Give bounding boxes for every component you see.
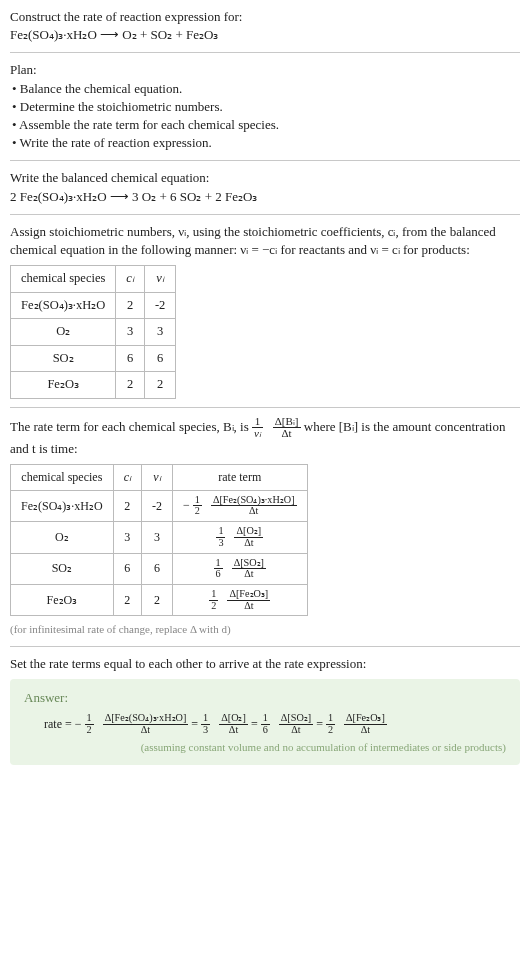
rate-expression: rate = − 12 Δ[Fe₂(SO₄)₃·xH₂O]Δt = 13 Δ[O… bbox=[24, 713, 506, 735]
frac-den: Δt bbox=[234, 538, 263, 549]
divider bbox=[10, 646, 520, 647]
cell-v: 2 bbox=[144, 372, 175, 399]
frac-num: Δ[Fe₂O₃] bbox=[227, 589, 270, 601]
final-section: Set the rate terms equal to each other t… bbox=[10, 655, 520, 765]
rate-term-table: chemical species cᵢ νᵢ rate term Fe₂(SO₄… bbox=[10, 464, 308, 616]
delta-frac: Δ[O₂]Δt bbox=[219, 713, 248, 735]
cell-v: 3 bbox=[142, 522, 173, 553]
cell-rate-term: 13 Δ[O₂]Δt bbox=[173, 522, 308, 553]
col-c: cᵢ bbox=[116, 266, 145, 293]
rate-intro-pre: The rate term for each chemical species,… bbox=[10, 419, 252, 434]
cell-c: 6 bbox=[116, 345, 145, 372]
stoich-intro: Assign stoichiometric numbers, νᵢ, using… bbox=[10, 223, 520, 259]
table-header-row: chemical species cᵢ νᵢ rate term bbox=[11, 464, 308, 490]
final-intro: Set the rate terms equal to each other t… bbox=[10, 655, 520, 673]
cell-species: Fe₂(SO₄)₃·xH₂O bbox=[11, 292, 116, 319]
frac-den: νᵢ bbox=[252, 428, 263, 440]
delta-frac: Δ[Fe₂O₃]Δt bbox=[344, 713, 387, 735]
col-v: νᵢ bbox=[142, 464, 173, 490]
table-row: O₂ 3 3 bbox=[11, 319, 176, 346]
delta-frac: Δ[SO₂]Δt bbox=[232, 558, 266, 580]
plan-section: Plan: • Balance the chemical equation. •… bbox=[10, 61, 520, 152]
cell-v: 6 bbox=[144, 345, 175, 372]
coef-frac: 13 bbox=[201, 713, 210, 735]
cell-species: Fe₂(SO₄)₃·xH₂O bbox=[11, 490, 114, 521]
frac-den: Δt bbox=[273, 428, 301, 440]
plan-item: • Write the rate of reaction expression. bbox=[12, 134, 520, 152]
answer-label: Answer: bbox=[24, 689, 506, 707]
table-row: Fe₂O₃ 2 2 12 Δ[Fe₂O₃]Δt bbox=[11, 584, 308, 615]
frac-den: Δt bbox=[227, 601, 270, 612]
frac-den: 2 bbox=[326, 725, 335, 736]
prompt-line1: Construct the rate of reaction expressio… bbox=[10, 8, 520, 26]
cell-c: 3 bbox=[116, 319, 145, 346]
delta-frac: Δ[Fe₂(SO₄)₃·xH₂O]Δt bbox=[211, 495, 297, 517]
frac-den: 3 bbox=[216, 538, 225, 549]
divider bbox=[10, 160, 520, 161]
cell-c: 2 bbox=[116, 372, 145, 399]
equals: = bbox=[316, 717, 326, 731]
plan-item: • Determine the stoichiometric numbers. bbox=[12, 98, 520, 116]
cell-rate-term: 16 Δ[SO₂]Δt bbox=[173, 553, 308, 584]
spacer bbox=[266, 420, 269, 435]
frac-den: Δt bbox=[232, 569, 266, 580]
table-row: Fe₂(SO₄)₃·xH₂O 2 -2 bbox=[11, 292, 176, 319]
cell-c: 2 bbox=[113, 584, 141, 615]
cell-v: 3 bbox=[144, 319, 175, 346]
coef-frac: 12 bbox=[209, 589, 218, 611]
sign: − bbox=[183, 498, 190, 512]
coef-frac: 12 bbox=[193, 495, 202, 517]
equals: = bbox=[251, 717, 261, 731]
frac-den: Δt bbox=[211, 506, 297, 517]
table-row: Fe₂O₃ 2 2 bbox=[11, 372, 176, 399]
frac-den: 6 bbox=[214, 569, 223, 580]
coef-frac: 13 bbox=[216, 526, 225, 548]
frac-den: Δt bbox=[344, 725, 387, 736]
cell-v: 2 bbox=[142, 584, 173, 615]
table-header-row: chemical species cᵢ νᵢ bbox=[11, 266, 176, 293]
answer-note: (assuming constant volume and no accumul… bbox=[24, 740, 506, 755]
frac-den: Δt bbox=[103, 725, 189, 736]
rate-prefix: rate = bbox=[44, 717, 75, 731]
delta-frac: Δ[O₂]Δt bbox=[234, 526, 263, 548]
balanced-intro: Write the balanced chemical equation: bbox=[10, 169, 520, 187]
cell-rate-term: 12 Δ[Fe₂O₃]Δt bbox=[173, 584, 308, 615]
frac-num: 1 bbox=[209, 589, 218, 601]
col-species: chemical species bbox=[11, 266, 116, 293]
coef-frac: 12 bbox=[85, 713, 94, 735]
rate-term-intro: The rate term for each chemical species,… bbox=[10, 416, 520, 458]
delta-frac: Δ[Fe₂O₃]Δt bbox=[227, 589, 270, 611]
col-c-label: cᵢ bbox=[124, 470, 131, 484]
rate-term-section: The rate term for each chemical species,… bbox=[10, 416, 520, 638]
cell-species: SO₂ bbox=[11, 345, 116, 372]
cell-v: 6 bbox=[142, 553, 173, 584]
cell-v: -2 bbox=[142, 490, 173, 521]
coef-frac: 16 bbox=[214, 558, 223, 580]
divider bbox=[10, 407, 520, 408]
plan-item: • Balance the chemical equation. bbox=[12, 80, 520, 98]
col-v: νᵢ bbox=[144, 266, 175, 293]
col-c: cᵢ bbox=[113, 464, 141, 490]
coef-frac: 12 bbox=[326, 713, 335, 735]
cell-species: Fe₂O₃ bbox=[11, 584, 114, 615]
balanced-section: Write the balanced chemical equation: 2 … bbox=[10, 169, 520, 205]
sign: − bbox=[75, 717, 82, 731]
prompt-equation: Fe₂(SO₄)₃·xH₂O ⟶ O₂ + SO₂ + Fe₂O₃ bbox=[10, 26, 520, 44]
frac-den: 3 bbox=[201, 725, 210, 736]
col-species: chemical species bbox=[11, 464, 114, 490]
plan-item: • Assemble the rate term for each chemic… bbox=[12, 116, 520, 134]
cell-c: 6 bbox=[113, 553, 141, 584]
frac-den: 2 bbox=[209, 601, 218, 612]
divider bbox=[10, 214, 520, 215]
frac-den: 2 bbox=[85, 725, 94, 736]
frac-den: 2 bbox=[193, 506, 202, 517]
cell-c: 3 bbox=[113, 522, 141, 553]
table-row: SO₂ 6 6 bbox=[11, 345, 176, 372]
cell-species: O₂ bbox=[11, 319, 116, 346]
frac-den: Δt bbox=[219, 725, 248, 736]
balanced-equation: 2 Fe₂(SO₄)₃·xH₂O ⟶ 3 O₂ + 6 SO₂ + 2 Fe₂O… bbox=[10, 188, 520, 206]
cell-c: 2 bbox=[113, 490, 141, 521]
cell-species: Fe₂O₃ bbox=[11, 372, 116, 399]
answer-box: Answer: rate = − 12 Δ[Fe₂(SO₄)₃·xH₂O]Δt … bbox=[10, 679, 520, 765]
col-v-label: νᵢ bbox=[153, 470, 160, 484]
